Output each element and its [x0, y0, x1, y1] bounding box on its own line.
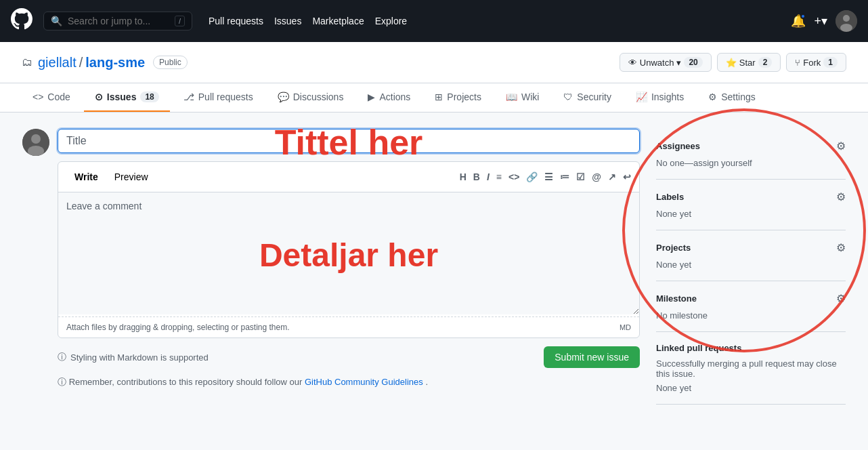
labels-gear-icon[interactable]: ⚙ [836, 190, 846, 203]
write-tab[interactable]: Write [66, 167, 106, 186]
attach-files-area[interactable]: Attach files by dragging & dropping, sel… [58, 316, 639, 338]
watch-dropdown-icon: ▾ [676, 58, 681, 68]
linked-pr-section: Linked pull requests Successfully mergin… [656, 332, 846, 405]
notification-button[interactable]: 🔔 [791, 14, 806, 28]
tab-settings[interactable]: ⚙ Settings [697, 83, 766, 112]
community-note: ⓘ Remember, contributions to this reposi… [58, 376, 640, 388]
assignees-title: Assignees [656, 141, 700, 151]
italic-icon[interactable]: I [487, 171, 490, 182]
github-logo-icon[interactable] [11, 8, 32, 34]
tab-code-label: Code [47, 91, 70, 102]
svg-point-4 [31, 134, 41, 144]
undo-icon[interactable]: ↩ [623, 171, 631, 182]
quote-icon[interactable]: ≡ [496, 171, 502, 182]
create-button[interactable]: +▾ [814, 14, 827, 28]
search-input[interactable] [68, 16, 169, 26]
projects-icon: ⊞ [435, 91, 443, 102]
repo-actions: 👁 Unwatch ▾ 20 ⭐ Star 2 ⑂ Fork 1 [620, 53, 846, 72]
settings-icon: ⚙ [708, 91, 717, 102]
title-input[interactable] [58, 129, 640, 153]
tab-discussions[interactable]: 💬 Discussions [267, 83, 355, 112]
reference-icon[interactable]: ↗ [608, 171, 616, 182]
nav-explore[interactable]: Explore [375, 16, 407, 26]
watch-count: 20 [684, 57, 702, 68]
user-avatar-sidebar [22, 129, 49, 156]
slash-shortcut: / [175, 16, 185, 26]
top-nav-right: 🔔 +▾ [791, 10, 857, 32]
fork-label: Fork [803, 58, 821, 68]
milestone-gear-icon[interactable]: ⚙ [836, 292, 846, 305]
nav-marketplace[interactable]: Marketplace [312, 16, 364, 26]
community-guidelines-link[interactable]: GitHub Community Guidelines [305, 377, 423, 387]
attach-files-text: Attach files by dragging & dropping, sel… [66, 323, 290, 332]
tab-actions-label: Actions [379, 91, 410, 102]
code-icon[interactable]: <> [508, 171, 519, 182]
preview-tab[interactable]: Preview [106, 167, 156, 186]
form-with-avatar: Tittel her Write Preview H B I ≡ <> [22, 129, 640, 388]
community-note-text: Remember, contributions to this reposito… [69, 377, 303, 387]
tab-security[interactable]: 🛡 Security [552, 83, 622, 112]
eye-icon: 👁 [628, 58, 637, 68]
heading-icon[interactable]: H [460, 171, 466, 182]
labels-title: Labels [656, 192, 684, 202]
linked-pr-none: None yet [656, 383, 846, 393]
linked-pr-header: Linked pull requests [656, 343, 846, 353]
repo-name-link[interactable]: lang-sme [85, 55, 145, 70]
tab-issues[interactable]: ⊙ Issues 18 [84, 83, 170, 112]
repo-header: 🗂 giellalt / lang-sme Public 👁 Unwatch ▾… [0, 42, 868, 83]
fork-count: 1 [823, 57, 838, 68]
comment-textarea[interactable] [58, 192, 639, 314]
tab-issues-label: Issues [107, 91, 137, 102]
assignees-gear-icon[interactable]: ⚙ [836, 140, 846, 152]
tab-insights[interactable]: 📈 Insights [625, 83, 695, 112]
pr-icon: ⎇ [183, 91, 194, 102]
labels-value[interactable]: None yet [656, 209, 846, 219]
watch-button[interactable]: 👁 Unwatch ▾ 20 [620, 53, 712, 72]
markdown-icon: MD [620, 323, 631, 331]
tab-code[interactable]: <> Code [22, 83, 81, 112]
projects-value[interactable]: None yet [656, 260, 846, 270]
mention-icon[interactable]: @ [592, 171, 601, 182]
assignees-header: Assignees ⚙ [656, 140, 846, 152]
watch-label: Unwatch [640, 58, 674, 68]
tab-actions[interactable]: ▶ Actions [357, 83, 421, 112]
community-note-end: . [425, 377, 428, 387]
tab-wiki[interactable]: 📖 Wiki [495, 83, 550, 112]
nav-pull-requests[interactable]: Pull requests [209, 16, 263, 26]
issues-icon: ⊙ [95, 91, 103, 102]
code-icon: <> [32, 91, 43, 102]
projects-gear-icon[interactable]: ⚙ [836, 241, 846, 254]
assignees-value[interactable]: No one—assign yourself [656, 158, 846, 168]
repo-owner-link[interactable]: giellalt [38, 55, 77, 70]
tab-settings-label: Settings [721, 91, 756, 102]
tab-discussions-label: Discussions [293, 91, 344, 102]
submit-new-issue-button[interactable]: Submit new issue [544, 346, 640, 368]
star-button[interactable]: ⭐ Star 2 [717, 53, 781, 72]
tasklist-icon[interactable]: ☑ [576, 171, 585, 182]
unordered-list-icon[interactable]: ☰ [544, 171, 553, 182]
star-icon: ⭐ [726, 58, 737, 68]
linked-pr-title: Linked pull requests [656, 343, 741, 353]
discussions-icon: 💬 [278, 91, 289, 102]
milestone-value[interactable]: No milestone [656, 310, 846, 321]
comment-body-wrapper: Detaljar her [58, 192, 639, 316]
user-avatar[interactable] [836, 10, 857, 32]
form-footer: ⓘ Styling with Markdown is supported Sub… [58, 346, 640, 368]
nav-issues[interactable]: Issues [274, 16, 301, 26]
title-input-wrapper: Tittel her [58, 129, 640, 153]
issue-form: Tittel her Write Preview H B I ≡ <> [22, 129, 640, 405]
tab-pull-requests[interactable]: ⎇ Pull requests [173, 83, 264, 112]
link-icon[interactable]: 🔗 [526, 171, 538, 182]
ordered-list-icon[interactable]: ≔ [560, 171, 569, 182]
comment-toolbar: Write Preview H B I ≡ <> 🔗 ☰ ≔ ☑ @ [58, 162, 639, 192]
breadcrumb: 🗂 giellalt / lang-sme Public [22, 55, 188, 70]
bold-icon[interactable]: B [473, 171, 480, 182]
markdown-note-text: Styling with Markdown is supported [70, 352, 209, 363]
tab-projects[interactable]: ⊞ Projects [424, 83, 492, 112]
search-bar[interactable]: 🔍 / [43, 12, 192, 30]
labels-header: Labels ⚙ [656, 190, 846, 203]
projects-header: Projects ⚙ [656, 241, 846, 254]
tab-security-label: Security [577, 91, 611, 102]
tab-pr-label: Pull requests [198, 91, 253, 102]
fork-button[interactable]: ⑂ Fork 1 [786, 53, 846, 72]
